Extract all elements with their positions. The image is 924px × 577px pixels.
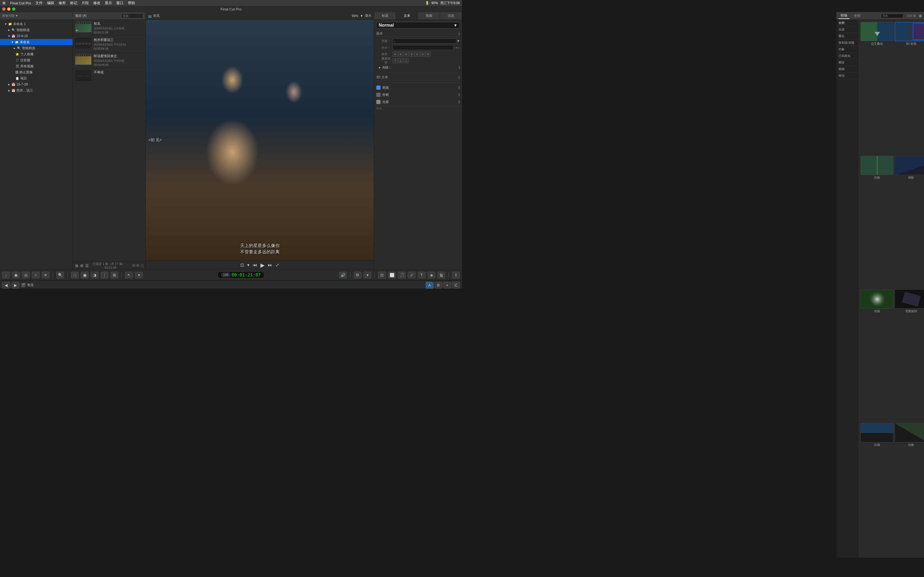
clip-item[interactable]: 听说爱情回来过 2015年9月18日 下午3:01 00:04:44:08: [73, 52, 145, 68]
library-item-project[interactable]: 📋 项目: [0, 75, 73, 81]
size-value[interactable]: [393, 45, 454, 50]
library-item-15-7-28[interactable]: ► 📅 15-7-28: [0, 81, 73, 87]
align-justify-right-button[interactable]: ≡: [420, 52, 425, 56]
skip-back-button[interactable]: ⏮: [253, 263, 257, 268]
size-menu-icon[interactable]: --: [458, 46, 460, 49]
view-tool-3[interactable]: 🎵: [398, 272, 405, 278]
glow-expand-icon[interactable]: ⟩: [459, 100, 460, 104]
list-view-icon[interactable]: ☰: [85, 263, 89, 268]
tl-mode-4[interactable]: C: [452, 282, 460, 288]
align-justify-center-button[interactable]: ≡: [415, 52, 420, 56]
menu-view[interactable]: 显示: [105, 0, 112, 5]
library-item-smart2[interactable]: ► 🔍 智能精选: [0, 45, 73, 51]
menu-mark[interactable]: 标记: [70, 0, 77, 5]
audio-meter-btn[interactable]: 🔊: [339, 272, 347, 278]
advanced-arrow[interactable]: ►: [378, 66, 381, 69]
align-left-button[interactable]: ≡: [393, 52, 397, 56]
valign-bot-button[interactable]: ⊥: [404, 58, 409, 63]
align-justify-left-button[interactable]: ≡: [409, 52, 414, 56]
valign-top-button[interactable]: ⊤: [393, 58, 397, 63]
menu-file[interactable]: 文件: [36, 0, 43, 5]
tool-btn-3[interactable]: ☆: [32, 272, 40, 278]
menu-edit[interactable]: 编辑: [47, 0, 54, 5]
settings-icon[interactable]: ⚙: [80, 263, 84, 268]
zoom-dropdown-icon[interactable]: ▼: [360, 14, 363, 18]
library-item-still[interactable]: 🖼 静止图像: [0, 69, 73, 75]
tool-btn-2[interactable]: ◎: [22, 272, 30, 278]
library-item-all-video[interactable]: 🎬 所有视频: [0, 63, 73, 69]
share-button[interactable]: ⇪: [452, 272, 460, 278]
surface-expand-icon[interactable]: ⟩: [459, 86, 460, 90]
grid-view-icon[interactable]: ⊞: [75, 263, 78, 268]
fullscreen-button[interactable]: ⤢: [276, 263, 279, 268]
menu-trim[interactable]: 修剪: [58, 0, 66, 5]
view-tool-4[interactable]: ⤢: [408, 272, 415, 278]
browser-search-input[interactable]: [121, 13, 143, 18]
maximize-button[interactable]: [12, 7, 15, 11]
edit-tool-4[interactable]: ⋮: [101, 272, 108, 278]
viewer-zoom-dropdown[interactable]: ▾: [247, 263, 249, 268]
library-header[interactable]: 所有片段 ▼: [0, 12, 73, 20]
tl-back-button[interactable]: ◀: [2, 282, 10, 288]
tl-mode-2[interactable]: B: [435, 282, 442, 288]
view-tool-2[interactable]: ⬜: [388, 272, 396, 278]
align-right-button[interactable]: ≡: [404, 52, 409, 56]
surface-color-swatch[interactable]: [376, 85, 381, 90]
menu-help[interactable]: 帮助: [128, 0, 135, 5]
cursor-dropdown[interactable]: ▾: [135, 272, 143, 278]
clip-item[interactable]: »»»»» 然并邪重说三 2015年9月16日 下午12:41 00:05:04…: [73, 36, 145, 52]
glow-color-swatch[interactable]: [376, 100, 381, 104]
size-stepper-plus[interactable]: +: [456, 46, 457, 49]
edit-tool-2[interactable]: ▣: [81, 272, 89, 278]
viewer-zoom-toggle[interactable]: ⊡: [240, 263, 244, 268]
preset-dropdown[interactable]: Normal ▼: [376, 22, 460, 29]
view-tool-7[interactable]: ⧎: [438, 272, 445, 278]
view-tool-1[interactable]: ⊡: [378, 272, 386, 278]
menu-modify[interactable]: 修改: [93, 0, 100, 5]
tl-mode-3[interactable]: ♦: [443, 282, 451, 288]
close-button[interactable]: [2, 7, 5, 11]
snap-dropdown[interactable]: ▾: [363, 272, 371, 278]
library-item-unnamed[interactable]: ▼ 📁 未命名: [0, 39, 73, 45]
clip-item[interactable]: — — 不将就: [73, 68, 145, 83]
valign-mid-button[interactable]: ⊥: [398, 58, 403, 63]
tool-btn-1[interactable]: ◉: [12, 272, 20, 278]
clip-item[interactable]: ▶ 初见 2015年9月14日 上午9:45 00:03:21:08: [73, 20, 145, 36]
3d-expand-icon[interactable]: ⟩: [459, 76, 460, 79]
outline-color-swatch[interactable]: [376, 93, 381, 97]
library-item-smart1[interactable]: ► 🔍 智能精选: [0, 27, 73, 33]
menu-clip[interactable]: 片段: [82, 0, 89, 5]
cursor-tool[interactable]: ↖: [125, 272, 133, 278]
edit-tool-5[interactable]: ⊞: [111, 272, 118, 278]
view-tool-6[interactable]: ◈: [428, 272, 435, 278]
tab-video[interactable]: 视频: [418, 12, 440, 19]
tab-info[interactable]: 信息: [440, 12, 462, 19]
display-button[interactable]: 显示: [365, 13, 372, 18]
size-stepper-minus[interactable]: -: [454, 46, 455, 49]
font-value[interactable]: -: [393, 39, 456, 44]
advanced-expand-icon[interactable]: ⟩: [459, 66, 460, 69]
zoom-level[interactable]: 99%: [352, 14, 358, 18]
skip-forward-button[interactable]: ⏭: [268, 263, 272, 268]
library-item-ranbing[interactable]: ► 📅 然并…说三: [0, 87, 73, 93]
layout-toggle-icon[interactable]: □: [141, 263, 143, 268]
magnify-button[interactable]: 🔍: [57, 272, 64, 278]
library-item-favorites[interactable]: ⭐ 个人收藏: [0, 51, 73, 57]
snap-tool[interactable]: ⧉: [354, 272, 361, 278]
library-item-audio-only[interactable]: 🎵 仅音频: [0, 57, 73, 63]
tool-btn-4[interactable]: ✕: [42, 272, 50, 278]
play-button[interactable]: ▶: [260, 262, 265, 268]
font-dropdown-icon[interactable]: ▼: [457, 39, 460, 43]
outline-expand-icon[interactable]: ⟩: [459, 93, 460, 97]
view-tool-5[interactable]: T: [418, 272, 425, 278]
minimize-button[interactable]: [7, 7, 10, 11]
align-justify-button[interactable]: ≡: [426, 52, 431, 56]
tl-mode-1[interactable]: A: [426, 282, 433, 288]
edit-tool-1[interactable]: □: [71, 272, 79, 278]
import-button[interactable]: ↓: [2, 272, 10, 278]
apple-menu[interactable]: ⌘: [2, 1, 6, 5]
edit-tool-3[interactable]: ◑: [91, 272, 99, 278]
align-center-button[interactable]: ≡: [398, 52, 403, 56]
tab-title[interactable]: 标题: [374, 12, 396, 19]
expand-icon[interactable]: ⟩: [459, 32, 460, 36]
